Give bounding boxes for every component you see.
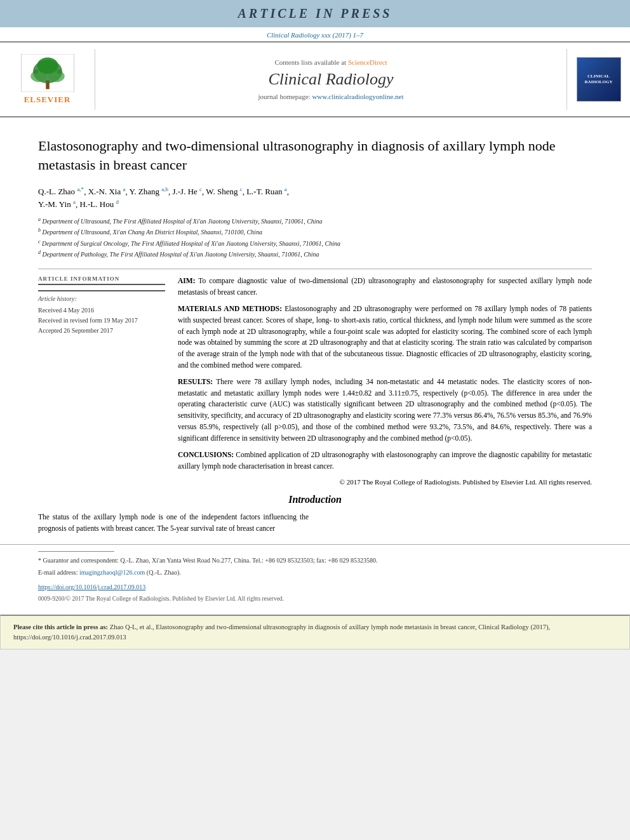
- elsevier-text: ELSEVIER: [24, 95, 71, 105]
- two-col-section: ARTICLE INFORMATION Article history: Rec…: [38, 276, 592, 488]
- banner-text: ArTICLE IN PRESS: [238, 6, 392, 20]
- accepted-date: Accepted 26 September 2017: [38, 326, 165, 335]
- doi-link[interactable]: https://doi.org/10.1016/j.crad.2017.09.0…: [38, 583, 145, 590]
- homepage-text: journal homepage:: [258, 93, 310, 100]
- footnote-email: E-mail address: imagingzhaoql@126.com (Q…: [38, 568, 592, 577]
- two-col-intro: The status of the axillary lymph node is…: [38, 512, 592, 535]
- abstract-copyright: © 2017 The Royal College of Radiologists…: [178, 477, 592, 488]
- journal-ref-text: Clinical Radiology xxx (2017) 1–7: [267, 31, 363, 39]
- svg-point-7: [57, 69, 61, 74]
- footnotes-area: * Guarantor and correspondent: Q.-L. Zha…: [0, 544, 630, 577]
- sciencedirect-link[interactable]: ScienceDirect: [348, 58, 387, 66]
- article-content: Elastosonography and two-dimensional ult…: [0, 117, 630, 488]
- article-in-press-banner: ArTICLE IN PRESS: [0, 0, 630, 27]
- email-suffix: (Q.-L. Zhao).: [147, 569, 181, 576]
- copyright-footer: 0009-9260/© 2017 The Royal College of Ra…: [0, 594, 630, 608]
- homepage-line: journal homepage: www.clinicalradiologyo…: [258, 93, 403, 100]
- affil-b: Department of Ultrasound, Xi'an Chang An…: [43, 229, 262, 236]
- article-info-header: ARTICLE INFORMATION: [38, 276, 165, 285]
- elsevier-logo: ELSEVIER: [19, 54, 76, 105]
- article-info-col: ARTICLE INFORMATION Article history: Rec…: [38, 276, 165, 488]
- article-title: Elastosonography and two-dimensional ult…: [38, 137, 592, 174]
- abstract-materials: MATERIALS AND METHODS: Elastosonography …: [178, 303, 592, 371]
- intro-title: Introduction: [38, 494, 592, 505]
- divider-info: [38, 290, 165, 291]
- intro-section: Introduction The status of the axillary …: [0, 488, 630, 535]
- journal-logo-text: ClinicalRADIOLOGY: [585, 74, 613, 85]
- affiliations: a Department of Ultrasound, The First Af…: [38, 216, 592, 260]
- affil-c: Department of Surgical Oncology, The Fir…: [42, 240, 340, 247]
- abstract-conclusions: CONCLUSIONS: Combined application of 2D …: [178, 450, 592, 472]
- page-wrapper: ArTICLE IN PRESS Clinical Radiology xxx …: [0, 0, 630, 650]
- citation-bar: Please cite this article in press as: Zh…: [0, 615, 630, 650]
- journal-logo-box: ClinicalRADIOLOGY: [577, 57, 621, 102]
- email-link[interactable]: imagingzhaoql@126.com: [79, 569, 145, 576]
- footnote-guarantor: * Guarantor and correspondent: Q.-L. Zha…: [38, 556, 592, 565]
- affil-a: Department of Ultrasound, The First Affi…: [43, 218, 323, 225]
- divider: [38, 269, 592, 269]
- header-right: ClinicalRADIOLOGY: [566, 49, 630, 110]
- authors-line: Q.-L. Zhao a,*, X.-N. Xia a, Y. Zhang a,…: [38, 185, 592, 211]
- contents-line: Contents lists available at ScienceDirec…: [274, 58, 387, 66]
- intro-text: The status of the axillary lymph node is…: [38, 512, 309, 535]
- affil-d: Department of Pathology, The First Affil…: [43, 251, 319, 258]
- received-date: Received 4 May 2016: [38, 306, 165, 315]
- email-label: E-mail address:: [38, 569, 77, 576]
- contents-text: Contents lists available at: [274, 58, 346, 66]
- header-area: ELSEVIER Contents lists available at Sci…: [0, 41, 630, 117]
- journal-ref-line: Clinical Radiology xxx (2017) 1–7: [0, 27, 630, 41]
- svg-point-6: [33, 69, 37, 74]
- article-history-header: Article history:: [38, 295, 165, 302]
- header-middle: Contents lists available at ScienceDirec…: [95, 49, 566, 110]
- doi-footer: https://doi.org/10.1016/j.crad.2017.09.0…: [0, 580, 630, 594]
- abstract-col: AIM: To compare diagnostic value of two-…: [178, 276, 592, 488]
- elsevier-tree-icon: [19, 54, 76, 92]
- intro-col-right: [321, 512, 592, 535]
- homepage-url[interactable]: www.clinicalradiologyonline.net: [312, 93, 403, 100]
- abstract-aim: AIM: To compare diagnostic value of two-…: [178, 276, 592, 298]
- journal-title: Clinical Radiology: [268, 70, 393, 89]
- abstract-results: RESULTS: There were 78 axillary lymph no…: [178, 377, 592, 444]
- intro-col-left: The status of the axillary lymph node is…: [38, 512, 309, 535]
- received-revised: Received in revised form 19 May 2017: [38, 316, 165, 325]
- elsevier-logo-area: ELSEVIER: [0, 49, 95, 110]
- svg-point-5: [37, 58, 58, 74]
